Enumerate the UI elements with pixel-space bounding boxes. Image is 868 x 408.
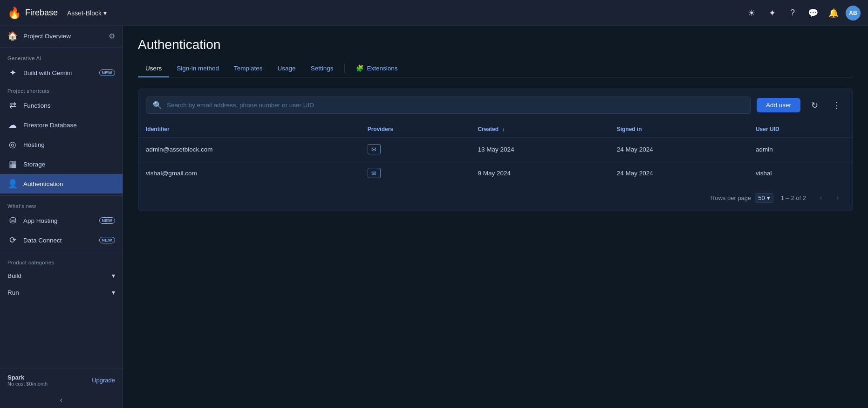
- sidebar-item-build-with-gemini[interactable]: ✦ Build with Gemini NEW: [0, 63, 123, 83]
- search-input[interactable]: [167, 102, 744, 109]
- plan-name: Spark: [7, 374, 48, 381]
- sidebar-run-section[interactable]: Run ▾: [0, 284, 123, 301]
- tab-usage[interactable]: Usage: [270, 60, 303, 77]
- firebase-flame-icon: 🔥: [7, 7, 21, 20]
- sidebar-collapse-button[interactable]: ‹: [0, 392, 123, 408]
- plan-cost: No cost $0/month: [7, 381, 48, 387]
- users-table: Identifier Providers Created ↓ Signed in…: [138, 121, 853, 185]
- authentication-icon: 👤: [7, 179, 18, 189]
- sidebar-item-data-connect[interactable]: ⟳ Data Connect NEW: [0, 230, 123, 250]
- run-chevron-icon: ▾: [112, 289, 115, 296]
- column-identifier: Identifier: [138, 121, 360, 138]
- pagination-buttons: ‹ ›: [813, 190, 845, 205]
- main-layout: 🏠 Project Overview ⚙ Generative AI ✦ Bui…: [0, 26, 868, 408]
- data-connect-icon: ⟳: [7, 235, 18, 245]
- sidebar-divider-3: [0, 252, 123, 252]
- tab-signin-method[interactable]: Sign-in method: [169, 60, 226, 77]
- sidebar-item-storage[interactable]: ▦ Storage: [0, 154, 123, 174]
- table-body: admin@assetblock.com ✉ 13 May 2024 24 Ma…: [138, 138, 853, 185]
- more-icon: ⋮: [833, 100, 841, 111]
- functions-icon: ⇄: [7, 100, 18, 111]
- sort-icon: ↓: [502, 126, 505, 132]
- column-created[interactable]: Created ↓: [470, 121, 609, 138]
- add-user-button[interactable]: Add user: [757, 98, 800, 112]
- sidebar-item-functions[interactable]: ⇄ Functions: [0, 96, 123, 115]
- sidebar-item-hosting[interactable]: ◎ Hosting: [0, 135, 123, 154]
- sidebar-item-app-hosting[interactable]: ⛁ App Hosting NEW: [0, 211, 123, 230]
- table-footer: Rows per page 50 ▾ 1 – 2 of 2 ‹ ›: [138, 185, 853, 211]
- app-hosting-icon: ⛁: [7, 215, 18, 226]
- sun-icon-button[interactable]: ☀: [743, 5, 760, 21]
- rows-per-page-select[interactable]: 50 ▾: [755, 193, 773, 203]
- firestore-label: Firestore Database: [23, 122, 115, 129]
- pagination-next-button[interactable]: ›: [830, 190, 845, 205]
- rows-per-page-value: 50: [758, 194, 765, 201]
- page-title: Authentication: [138, 37, 853, 52]
- upgrade-button[interactable]: Upgrade: [92, 377, 115, 384]
- gemini-icon: ✦: [7, 68, 18, 78]
- tab-divider: [344, 64, 345, 73]
- project-selector[interactable]: Asset-Block ▾: [63, 7, 110, 19]
- search-box[interactable]: 🔍: [146, 97, 751, 114]
- notifications-icon-button[interactable]: 🔔: [825, 5, 842, 21]
- functions-label: Functions: [23, 102, 115, 109]
- hosting-label: Hosting: [23, 141, 115, 148]
- help-icon-button[interactable]: ?: [784, 5, 801, 21]
- sidebar-divider-2: [0, 195, 123, 196]
- rows-per-page: Rows per page 50 ▾: [711, 193, 773, 203]
- storage-icon: ▦: [7, 159, 18, 169]
- email-provider-icon-1: ✉: [368, 144, 381, 154]
- chat-icon-button[interactable]: 💬: [805, 5, 821, 21]
- pagination-prev-button[interactable]: ‹: [813, 190, 828, 205]
- email-provider-icon-2: ✉: [368, 168, 381, 178]
- build-label: Build: [7, 272, 21, 279]
- cell-uid-2: vishal: [748, 161, 853, 185]
- refresh-button[interactable]: ↻: [806, 97, 823, 114]
- table-header: Identifier Providers Created ↓ Signed in…: [138, 121, 853, 138]
- authentication-label: Authentication: [23, 180, 115, 187]
- users-panel: 🔍 Add user ↻ ⋮ Identifier: [138, 89, 853, 211]
- cell-identifier-1: admin@assetblock.com: [138, 138, 360, 161]
- cell-signed-in-2: 24 May 2024: [609, 161, 748, 185]
- dropdown-icon: ▾: [103, 9, 107, 17]
- build-with-gemini-label: Build with Gemini: [23, 69, 94, 76]
- sidebar-item-project-overview[interactable]: 🏠 Project Overview ⚙: [0, 26, 123, 46]
- sidebar-item-firestore[interactable]: ☁ Firestore Database: [0, 115, 123, 135]
- sparkle-icon-button[interactable]: ✦: [764, 5, 780, 21]
- app-hosting-badge: NEW: [99, 217, 116, 224]
- tab-templates[interactable]: Templates: [226, 60, 270, 77]
- table-header-row: Identifier Providers Created ↓ Signed in…: [138, 121, 853, 138]
- content-header: Authentication Users Sign-in method Temp…: [123, 26, 868, 77]
- project-shortcuts-label: Project shortcuts: [0, 83, 123, 96]
- firestore-icon: ☁: [7, 120, 18, 130]
- table-row[interactable]: admin@assetblock.com ✉ 13 May 2024 24 Ma…: [138, 138, 853, 161]
- data-connect-badge: NEW: [99, 237, 116, 243]
- sidebar-bottom: Spark No cost $0/month Upgrade: [0, 368, 123, 392]
- rows-per-page-label: Rows per page: [711, 194, 751, 201]
- cell-identifier-2: vishal@gmail.com: [138, 161, 360, 185]
- top-bar-left: 🔥 Firebase Asset-Block ▾: [7, 7, 743, 20]
- column-user-uid: User UID: [748, 121, 853, 138]
- more-options-button[interactable]: ⋮: [828, 97, 845, 114]
- tab-settings[interactable]: Settings: [303, 60, 341, 77]
- tab-extensions[interactable]: 🧩 Extensions: [349, 60, 405, 77]
- column-signed-in: Signed in: [609, 121, 748, 138]
- cell-created-1: 13 May 2024: [470, 138, 609, 161]
- app-name: Firebase: [25, 8, 58, 18]
- tab-users[interactable]: Users: [138, 60, 169, 77]
- top-bar: 🔥 Firebase Asset-Block ▾ ☀ ✦ ? 💬 🔔 AB: [0, 0, 868, 26]
- table-row[interactable]: vishal@gmail.com ✉ 9 May 2024 24 May 202…: [138, 161, 853, 185]
- cell-signed-in-1: 24 May 2024: [609, 138, 748, 161]
- avatar[interactable]: AB: [846, 6, 861, 21]
- content-area: Authentication Users Sign-in method Temp…: [123, 26, 868, 408]
- search-icon: 🔍: [153, 101, 162, 110]
- sidebar-item-authentication[interactable]: 👤 Authentication: [0, 174, 123, 194]
- cell-created-2: 9 May 2024: [470, 161, 609, 185]
- sidebar-divider-1: [0, 48, 123, 48]
- pagination-info: 1 – 2 of 2: [781, 194, 806, 201]
- sidebar-build-section[interactable]: Build ▾: [0, 267, 123, 284]
- cell-provider-2: ✉: [360, 161, 471, 185]
- build-with-gemini-badge: NEW: [99, 69, 116, 76]
- gear-icon[interactable]: ⚙: [109, 32, 115, 41]
- top-bar-right: ☀ ✦ ? 💬 🔔 AB: [743, 5, 861, 21]
